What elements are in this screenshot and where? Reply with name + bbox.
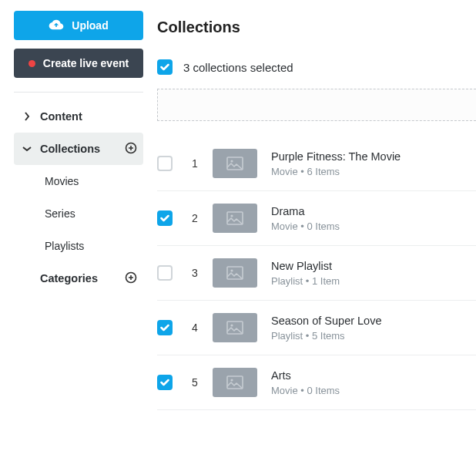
svg-point-5 — [230, 214, 233, 217]
main: Collections 3 collections selected 1Purp… — [157, 0, 476, 468]
row-subtitle: Playlist • 5 Items — [271, 330, 382, 342]
row-meta: Season of Super LovePlaylist • 5 Items — [271, 315, 382, 342]
thumbnail-placeholder-icon — [213, 258, 257, 288]
sub-playlists[interactable]: Playlists — [14, 230, 143, 262]
sidebar-nav: Content Collections Movies Series Playli… — [14, 100, 143, 295]
add-collection-icon[interactable] — [125, 142, 137, 157]
thumbnail-placeholder-icon — [213, 368, 257, 397]
row-index: 1 — [191, 157, 199, 170]
row-checkbox[interactable] — [157, 265, 173, 281]
collections-sublist: Movies Series Playlists — [14, 165, 143, 262]
nav-collections-label: Collections — [40, 143, 100, 155]
collection-row[interactable]: 3New PlaylistPlaylist • 1 Item — [157, 246, 476, 301]
row-index: 4 — [191, 322, 199, 334]
row-title: Purple Fitness: The Movie — [271, 150, 401, 163]
selection-count-label: 3 collections selected — [183, 61, 293, 74]
svg-point-9 — [230, 324, 233, 326]
sub-series[interactable]: Series — [14, 197, 143, 230]
thumbnail-placeholder-icon — [213, 204, 257, 233]
selection-summary: 3 collections selected — [157, 59, 476, 75]
collection-row[interactable]: 1Purple Fitness: The MovieMovie • 6 Item… — [157, 136, 476, 191]
collection-row[interactable]: 2DramaMovie • 0 Items — [157, 191, 476, 246]
row-checkbox[interactable] — [157, 156, 173, 171]
sub-movies[interactable]: Movies — [14, 165, 143, 197]
row-subtitle: Playlist • 1 Item — [271, 275, 340, 287]
add-category-icon[interactable] — [125, 271, 137, 286]
nav-collections[interactable]: Collections — [14, 133, 143, 165]
row-index: 2 — [191, 212, 199, 224]
row-subtitle: Movie • 0 Items — [271, 221, 340, 232]
row-title: Drama — [271, 205, 340, 217]
create-live-event-button[interactable]: Create live event — [14, 49, 143, 78]
row-meta: ArtsMovie • 0 Items — [271, 369, 340, 396]
collection-row[interactable]: 4Season of Super LovePlaylist • 5 Items — [157, 301, 476, 355]
row-checkbox[interactable] — [157, 320, 173, 335]
chevron-down-icon — [20, 146, 34, 152]
nav-content-label: Content — [40, 110, 82, 123]
svg-point-3 — [230, 160, 233, 162]
svg-point-7 — [230, 269, 233, 271]
row-title: Arts — [271, 369, 340, 382]
svg-point-11 — [230, 379, 233, 381]
thumbnail-placeholder-icon — [213, 313, 257, 342]
collection-row[interactable]: 5ArtsMovie • 0 Items — [157, 355, 476, 410]
row-meta: DramaMovie • 0 Items — [271, 205, 340, 232]
upload-button[interactable]: Upload — [14, 11, 143, 40]
thumbnail-placeholder-icon — [213, 149, 257, 178]
create-live-event-label: Create live event — [43, 57, 129, 69]
chevron-right-icon — [20, 112, 34, 121]
select-all-checkbox[interactable] — [157, 59, 173, 75]
drop-zone[interactable] — [157, 89, 476, 121]
row-checkbox[interactable] — [157, 375, 173, 390]
row-meta: New PlaylistPlaylist • 1 Item — [271, 260, 340, 287]
collections-list: 1Purple Fitness: The MovieMovie • 6 Item… — [157, 136, 476, 410]
nav-categories-label: Categories — [40, 272, 98, 285]
sidebar: Upload Create live event Content Collect… — [0, 0, 157, 468]
row-index: 3 — [191, 267, 199, 279]
row-title: New Playlist — [271, 260, 340, 272]
row-subtitle: Movie • 6 Items — [271, 166, 401, 177]
live-dot-icon — [28, 60, 35, 67]
page-title: Collections — [157, 19, 476, 36]
nav-categories[interactable]: Categories — [14, 262, 143, 295]
upload-button-label: Upload — [72, 19, 108, 32]
row-index: 5 — [191, 376, 199, 389]
divider — [14, 92, 143, 93]
row-title: Season of Super Love — [271, 315, 382, 327]
row-meta: Purple Fitness: The MovieMovie • 6 Items — [271, 150, 401, 177]
nav-content[interactable]: Content — [14, 100, 143, 133]
cloud-upload-icon — [49, 19, 64, 32]
row-subtitle: Movie • 0 Items — [271, 385, 340, 396]
row-checkbox[interactable] — [157, 210, 173, 226]
